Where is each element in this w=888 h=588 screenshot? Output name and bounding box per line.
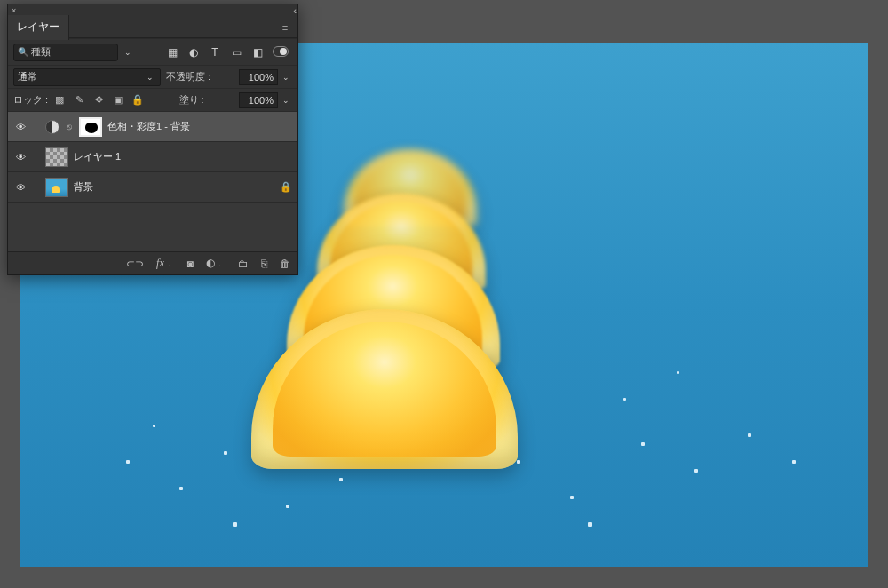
visibility-toggle-icon[interactable]: 👁 bbox=[13, 182, 28, 193]
layer-fx-icon[interactable]: fx﹒ bbox=[156, 256, 175, 271]
new-layer-icon[interactable]: ⎘ bbox=[261, 258, 267, 270]
filter-adjust-icon[interactable]: ◐ bbox=[187, 46, 200, 59]
blend-mode-label: 通常 bbox=[18, 70, 37, 83]
layer-name[interactable]: 背景 bbox=[74, 180, 93, 194]
layer-row[interactable]: 👁 背景 🔒 bbox=[8, 171, 297, 202]
layer-row[interactable]: 👁 レイヤー 1 bbox=[8, 141, 297, 171]
lock-transparency-icon[interactable]: ▩ bbox=[53, 94, 66, 106]
mask-link-icon[interactable]: ⎋ bbox=[65, 122, 74, 131]
lock-position-icon[interactable]: ✥ bbox=[92, 94, 105, 106]
layer-name[interactable]: レイヤー 1 bbox=[74, 150, 121, 163]
lock-row: ロック : ▩ ✎ ✥ ▣ 🔒 塗り : 100% ⌄ bbox=[8, 88, 297, 111]
chevron-down-icon[interactable]: ⌄ bbox=[122, 48, 134, 57]
search-icon: 🔍 bbox=[18, 47, 28, 57]
panel-footer: ⊂⊃ fx﹒ ◙ ◐﹒ 🗀 ⎘ 🗑 bbox=[8, 251, 297, 274]
layer-name[interactable]: 色相・彩度1 - 背景 bbox=[107, 120, 190, 133]
layer-filter-row: 🔍 種類 ⌄ ▦ ◐ T ▭ ◧ bbox=[8, 38, 297, 65]
adjustment-layer-icon bbox=[45, 120, 59, 134]
lock-label: ロック : bbox=[13, 93, 48, 107]
new-group-icon[interactable]: 🗀 bbox=[238, 258, 249, 270]
lock-pixels-icon[interactable]: ✎ bbox=[73, 94, 85, 106]
filter-type-label: 種類 bbox=[31, 45, 51, 59]
chevron-down-icon: ⌄ bbox=[144, 73, 156, 82]
add-mask-icon[interactable]: ◙ bbox=[187, 258, 194, 270]
opacity-label: 不透明度 : bbox=[166, 70, 210, 83]
new-adjustment-icon[interactable]: ◐﹒ bbox=[206, 256, 226, 271]
layer-mask-thumbnail[interactable] bbox=[79, 117, 102, 137]
collapse-icon[interactable]: ‹‹ bbox=[293, 6, 294, 16]
layers-empty-area[interactable] bbox=[8, 202, 297, 251]
panel-menu-icon[interactable]: ≡ bbox=[278, 22, 292, 33]
chevron-down-icon[interactable]: ⌄ bbox=[280, 96, 292, 105]
filter-type-select[interactable]: 🔍 種類 bbox=[13, 44, 118, 61]
opacity-input[interactable]: 100% bbox=[239, 69, 278, 85]
layer-thumbnail[interactable] bbox=[45, 178, 68, 197]
visibility-toggle-icon[interactable]: 👁 bbox=[13, 152, 28, 163]
filter-toggle-icon[interactable] bbox=[273, 46, 289, 57]
visibility-toggle-icon[interactable]: 👁 bbox=[13, 122, 28, 132]
layers-panel: × ‹‹ レイヤー ≡ 🔍 種類 ⌄ ▦ ◐ T ▭ ◧ 通常 ⌄ 不透明度 : bbox=[7, 4, 298, 275]
delete-layer-icon[interactable]: 🗑 bbox=[280, 258, 290, 270]
layers-list: 👁 ⎋ 色相・彩度1 - 背景 👁 レイヤー 1 👁 背景 🔒 bbox=[8, 111, 297, 202]
lock-artboard-icon[interactable]: ▣ bbox=[112, 94, 124, 106]
blend-row: 通常 ⌄ 不透明度 : 100% ⌄ bbox=[8, 65, 297, 88]
filter-pixel-icon[interactable]: ▦ bbox=[166, 46, 178, 59]
fill-label: 塗り : bbox=[179, 93, 204, 107]
link-layers-icon[interactable]: ⊂⊃ bbox=[126, 258, 144, 270]
lock-all-icon[interactable]: 🔒 bbox=[131, 94, 144, 106]
lock-icon[interactable]: 🔒 bbox=[280, 181, 292, 193]
close-icon[interactable]: × bbox=[12, 6, 16, 15]
layer-thumbnail[interactable] bbox=[45, 147, 68, 167]
filter-smart-icon[interactable]: ◧ bbox=[251, 46, 264, 59]
blend-mode-select[interactable]: 通常 ⌄ bbox=[13, 68, 161, 86]
chevron-down-icon[interactable]: ⌄ bbox=[280, 73, 292, 82]
filter-type-icon[interactable]: T bbox=[209, 46, 221, 59]
panel-tab-layers[interactable]: レイヤー bbox=[8, 15, 69, 40]
layer-row[interactable]: 👁 ⎋ 色相・彩度1 - 背景 bbox=[8, 111, 297, 141]
filter-shape-icon[interactable]: ▭ bbox=[230, 46, 242, 59]
fill-input[interactable]: 100% bbox=[239, 92, 278, 108]
